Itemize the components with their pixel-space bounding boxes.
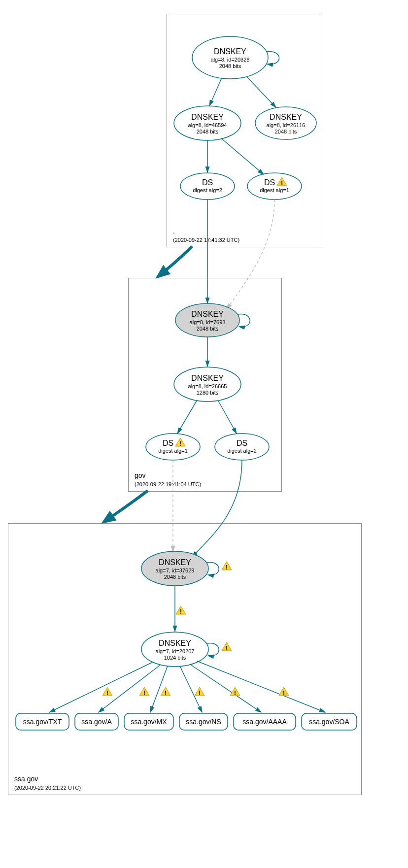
ds-node[interactable]: DS digest alg=2 [180,173,235,200]
warning-icon: ! [222,642,232,652]
svg-text:alg=8, id=26665: alg=8, id=26665 [188,383,227,389]
svg-text:ssa.gov/MX: ssa.gov/MX [131,718,167,726]
svg-text:!: ! [179,440,181,447]
svg-text:ssa.gov/TXT: ssa.gov/TXT [23,718,62,726]
warning-icon: ! [230,687,240,697]
warning-icon: ! [176,606,186,615]
svg-text:!: ! [106,690,108,697]
dnskey-node-ssa-ksk[interactable]: DNSKEY alg=7, id=37629 2048 bits [141,551,208,586]
svg-text:!: ! [165,690,167,697]
svg-text:digest alg=2: digest alg=2 [193,187,222,193]
svg-text:2048 bits: 2048 bits [164,574,186,580]
edge [218,400,237,434]
warning-icon: ! [139,687,149,697]
warning-icon: ! [279,687,289,697]
ds-node-warn[interactable]: DS digest alg=1 [146,434,200,460]
edge [192,460,242,557]
dnskey-node-root-ksk[interactable]: DNSKEY alg=8, id=20326 2048 bits [192,36,268,79]
svg-text:DNSKEY: DNSKEY [191,374,224,382]
edge-dashed [227,200,274,309]
svg-text:DNSKEY: DNSKEY [214,47,246,56]
svg-text:DS: DS [163,439,173,447]
edge [177,400,197,434]
svg-text:ssa.gov/AAAA: ssa.gov/AAAA [242,718,287,726]
svg-text:DNSKEY: DNSKEY [191,113,224,121]
edge [209,78,222,106]
svg-text:!: ! [143,690,145,697]
svg-text:alg=8, id=26116: alg=8, id=26116 [267,122,306,128]
svg-text:alg=8, id=7698: alg=8, id=7698 [190,319,226,325]
dnskey-node[interactable]: DNSKEY alg=8, id=46594 2048 bits [174,106,241,140]
svg-text:DS: DS [202,178,213,187]
svg-text:alg=7, id=20207: alg=7, id=20207 [156,648,195,654]
edge [197,661,325,712]
svg-text:!: ! [199,690,201,697]
svg-text:DS: DS [237,439,247,447]
svg-text:2048 bits: 2048 bits [197,129,219,134]
dnskey-node[interactable]: DNSKEY alg=8, id=26116 2048 bits [255,107,316,139]
edge [221,138,264,174]
zone-link-arrow [103,491,148,522]
svg-text:DNSKEY: DNSKEY [270,113,302,121]
dnskey-node[interactable]: DNSKEY alg=8, id=26665 1280 bits [174,367,241,401]
svg-text:!: ! [180,608,182,615]
dnskey-node-gov-ksk[interactable]: DNSKEY alg=8, id=7698 2048 bits [175,303,239,337]
svg-text:!: ! [226,564,228,571]
svg-text:digest alg=1: digest alg=1 [158,448,188,454]
svg-text:1024 bits: 1024 bits [164,655,186,661]
warning-icon: ! [102,687,112,697]
svg-text:!: ! [234,690,236,697]
svg-text:ssa.gov/A: ssa.gov/A [81,718,112,726]
svg-text:DNSKEY: DNSKEY [191,310,224,318]
ds-node-warn[interactable]: DS digest alg=1 [247,173,302,200]
warning-icon: ! [222,562,232,571]
edge [49,662,153,712]
svg-text:ssa.gov/NS: ssa.gov/NS [186,718,221,726]
zone-link-arrow [158,246,192,277]
svg-text:!: ! [226,645,228,652]
svg-text:DS: DS [264,178,275,187]
svg-text:ssa.gov/SOA: ssa.gov/SOA [309,718,349,726]
diagram-svg: DNSKEY alg=8, id=20326 2048 bits DNSKEY … [0,0,408,868]
svg-text:2048 bits: 2048 bits [275,129,297,134]
svg-text:alg=7, id=37629: alg=7, id=37629 [156,568,195,573]
svg-text:alg=8, id=46594: alg=8, id=46594 [188,122,227,128]
edge [246,76,276,107]
svg-text:digest alg=2: digest alg=2 [227,448,257,454]
svg-text:1280 bits: 1280 bits [197,390,219,396]
svg-text:DNSKEY: DNSKEY [159,639,191,647]
svg-text:!: ! [281,180,283,187]
svg-text:2048 bits: 2048 bits [219,63,241,69]
svg-text:digest alg=1: digest alg=1 [260,187,289,193]
svg-text:2048 bits: 2048 bits [197,326,219,332]
svg-text:DNSKEY: DNSKEY [159,558,191,567]
warning-icon: ! [195,687,204,697]
ds-node[interactable]: DS digest alg=2 [215,434,269,460]
warning-icon: ! [161,687,170,697]
svg-text:!: ! [283,690,285,697]
svg-text:alg=8, id=20326: alg=8, id=20326 [211,57,250,63]
